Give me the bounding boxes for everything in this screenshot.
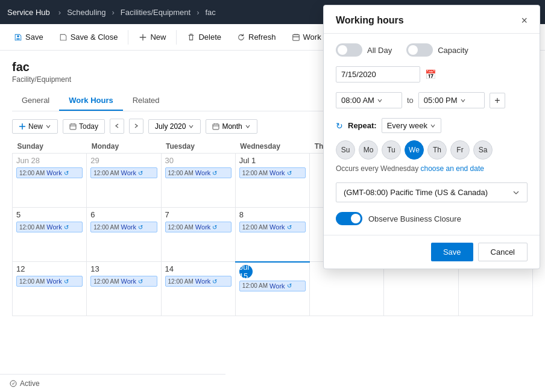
closure-toggle[interactable]	[336, 212, 362, 225]
svg-rect-2	[213, 124, 219, 129]
refresh-button[interactable]: Refresh	[230, 29, 283, 45]
work-event[interactable]: 12:00 AMWork↺	[16, 167, 83, 178]
calendar-cell[interactable]	[458, 262, 532, 316]
repeat-row: ↻ Repeat: Every week	[336, 118, 528, 133]
col-sunday: Sunday	[13, 140, 87, 154]
end-time-value: 05:00 PM	[424, 96, 458, 105]
toolbar-sep1	[128, 30, 128, 45]
calendar-cell[interactable]: Jun 2812:00 AMWork↺	[13, 154, 87, 208]
occurs-text: Occurs every Wednesday choose an end dat…	[336, 164, 528, 173]
day-btn-tu[interactable]: Tu	[382, 140, 401, 160]
observe-closure-label: Observe Business Closure	[368, 214, 461, 223]
save-button[interactable]: Save	[7, 29, 50, 45]
day-btn-sa[interactable]: Sa	[473, 140, 493, 160]
work-event[interactable]: 12:00 AMWork↺	[165, 222, 232, 232]
modal-close-button[interactable]: ×	[521, 15, 528, 26]
calendar-icon[interactable]: 📅	[425, 69, 436, 80]
cal-month-label: July 2020	[155, 122, 186, 131]
cal-new-label: New	[28, 122, 43, 131]
calendar-cell[interactable]: 1212:00 AMWork↺	[13, 262, 87, 316]
cal-new-button[interactable]: New	[12, 119, 58, 134]
calendar-cell[interactable]: 1412:00 AMWork↺	[161, 262, 235, 316]
day-number: 7	[165, 210, 232, 219]
capacity-toggle[interactable]	[406, 43, 433, 57]
work-event[interactable]: 12:00 AMWork↺	[165, 276, 232, 287]
repeat-icon: ↻	[336, 121, 343, 131]
modal-cancel-button[interactable]: Cancel	[478, 243, 528, 261]
day-number: 5	[16, 210, 83, 219]
breadcrumb-sep3: ›	[197, 8, 199, 17]
breadcrumb-sep1: ›	[58, 8, 61, 17]
day-number: Jun 28	[16, 156, 83, 165]
work-event[interactable]: 12:00 AMWork↺	[239, 281, 306, 291]
breadcrumb-fac[interactable]: fac	[206, 8, 216, 17]
day-number: Jul 1	[239, 156, 306, 165]
day-btn-we[interactable]: We	[405, 140, 424, 160]
cal-today-button[interactable]: Today	[63, 119, 105, 134]
save-close-button[interactable]: Save & Close	[52, 29, 125, 45]
refresh-label: Refresh	[248, 33, 276, 42]
col-wednesday: Wednesday	[235, 140, 309, 154]
work-event[interactable]: 12:00 AMWork↺	[90, 167, 157, 178]
new-button[interactable]: New	[132, 29, 172, 45]
timezone-label: (GMT-08:00) Pacific Time (US & Canada)	[344, 188, 488, 197]
timezone-select[interactable]: (GMT-08:00) Pacific Time (US & Canada)	[336, 182, 528, 202]
cal-next-button[interactable]	[129, 119, 143, 134]
repeat-value: Every week	[387, 121, 427, 130]
add-time-button[interactable]: +	[490, 93, 505, 108]
day-btn-fr[interactable]: Fr	[450, 140, 470, 160]
calendar-cell[interactable]: 2912:00 AMWork↺	[87, 154, 161, 208]
day-number: 12	[16, 264, 83, 273]
cal-today-label: Today	[79, 122, 98, 131]
tab-related[interactable]: Related	[123, 91, 169, 111]
breadcrumb-sep2: ›	[112, 8, 114, 17]
day-btn-th[interactable]: Th	[427, 140, 447, 160]
repeat-label: Repeat:	[348, 121, 377, 130]
work-event[interactable]: 12:00 AMWork↺	[16, 276, 83, 287]
tab-work-hours[interactable]: Work Hours	[59, 91, 122, 111]
svg-rect-1	[70, 124, 76, 129]
end-time-select[interactable]: 05:00 PM	[418, 92, 485, 108]
calendar-cell[interactable]: 512:00 AMWork↺	[13, 208, 87, 262]
col-monday: Monday	[87, 140, 161, 154]
cal-prev-button[interactable]	[110, 119, 124, 134]
work-event[interactable]: 12:00 AMWork↺	[239, 222, 306, 232]
calendar-cell[interactable]: 1312:00 AMWork↺	[87, 262, 161, 316]
delete-label: Delete	[198, 33, 221, 42]
day-number: 6	[90, 210, 157, 219]
calendar-cell[interactable]	[310, 262, 384, 316]
repeat-select[interactable]: Every week	[382, 118, 441, 133]
tab-general[interactable]: General	[12, 91, 59, 111]
calendar-cell[interactable]: Jul 112:00 AMWork↺	[235, 154, 309, 208]
calendar-cell[interactable]: 712:00 AMWork↺	[161, 208, 235, 262]
date-input[interactable]	[336, 66, 420, 82]
work-event[interactable]: 12:00 AMWork↺	[90, 276, 157, 287]
cal-month-select[interactable]: July 2020	[148, 119, 201, 134]
work-event[interactable]: 12:00 AMWork↺	[165, 167, 232, 178]
day-btn-mo[interactable]: Mo	[359, 140, 378, 160]
calendar-cell[interactable]	[384, 262, 458, 316]
occurs-label: Occurs every Wednesday	[336, 164, 418, 173]
modal-body: All Day Capacity 📅 08:00 AM	[324, 34, 540, 235]
cal-view-select[interactable]: Month	[206, 119, 257, 134]
cal-view-label: Month	[222, 122, 242, 131]
work-event[interactable]: 12:00 AMWork↺	[239, 167, 306, 178]
modal-save-button[interactable]: Save	[431, 243, 473, 261]
toggle-row: All Day Capacity	[336, 43, 528, 57]
all-day-toggle[interactable]	[336, 43, 362, 57]
breadcrumb-scheduling[interactable]: Scheduling	[67, 8, 106, 17]
choose-end-date-link[interactable]: choose an end date	[421, 164, 484, 173]
breadcrumb-facilities[interactable]: Facilities/Equipment	[121, 8, 191, 17]
start-time-select[interactable]: 08:00 AM	[336, 92, 402, 108]
work-event[interactable]: 12:00 AMWork↺	[16, 222, 83, 232]
calendar-cell[interactable]: 812:00 AMWork↺	[235, 208, 309, 262]
day-btn-su[interactable]: Su	[336, 140, 355, 160]
delete-button[interactable]: Delete	[180, 29, 228, 45]
day-buttons: SuMoTuWeThFrSa	[336, 140, 528, 160]
calendar-cell[interactable]: 612:00 AMWork↺	[87, 208, 161, 262]
calendar-cell[interactable]: Jul 1512:00 AMWork↺	[235, 262, 309, 316]
status-bar: Active	[0, 374, 225, 392]
work-event[interactable]: 12:00 AMWork↺	[90, 222, 157, 232]
status-label: Active	[20, 379, 40, 388]
calendar-cell[interactable]: 3012:00 AMWork↺	[161, 154, 235, 208]
